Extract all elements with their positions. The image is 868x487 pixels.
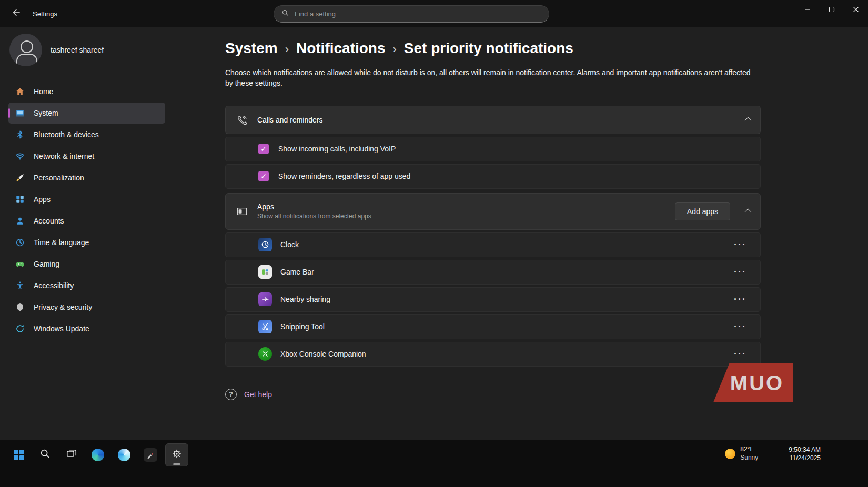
app-title: Settings (33, 10, 57, 18)
calls-and-reminders-group: Calls and reminders Show incoming calls,… (225, 106, 761, 189)
more-options-button[interactable]: ··· (731, 320, 750, 333)
search-box[interactable] (274, 5, 549, 23)
apps-section-subtitle: Show all notifications from selected app… (257, 212, 371, 220)
apps-section-title: Apps (257, 202, 371, 211)
home-icon (15, 86, 25, 97)
app-name: Snipping Tool (280, 322, 325, 331)
page-description: Choose which notifications are allowed w… (225, 67, 752, 89)
sidebar-item-label: Network & internet (34, 152, 94, 160)
settings-taskbar-button[interactable] (165, 443, 188, 466)
weather-condition: Sunny (740, 454, 758, 462)
breadcrumb-separator: › (393, 41, 397, 56)
incoming-calls-checkbox[interactable] (258, 144, 269, 154)
more-options-button[interactable]: ··· (731, 293, 750, 306)
breadcrumb-notifications[interactable]: Notifications (296, 40, 386, 57)
update-icon (15, 323, 25, 334)
user-name: tashreef shareef (51, 46, 104, 54)
minimize-icon (804, 6, 811, 13)
nearby-sharing-app-icon (258, 292, 272, 306)
sidebar-item-label: System (34, 109, 58, 117)
close-button[interactable] (844, 0, 868, 19)
bluetooth-icon (15, 129, 25, 140)
calls-reminders-expander[interactable]: Calls and reminders (225, 106, 761, 134)
task-view-button[interactable] (60, 443, 83, 466)
toggle-row-incoming-calls: Show incoming calls, including VoIP (225, 137, 761, 161)
pen-app-button[interactable] (139, 443, 162, 466)
accessibility-icon (15, 280, 25, 291)
window-controls (795, 0, 868, 19)
sidebar-item-bluetooth[interactable]: Bluetooth & devices (8, 124, 165, 145)
titlebar: Settings (0, 0, 868, 27)
taskbar-clock[interactable]: 9:50:34 AM 11/24/2025 (789, 445, 821, 462)
toggle-label: Show incoming calls, including VoIP (278, 145, 396, 153)
sidebar-item-home[interactable]: Home (8, 81, 165, 102)
taskbar: 82°F Sunny 9:50:34 AM 11/24/2025 (0, 440, 868, 487)
windows-logo-icon (14, 450, 24, 460)
sidebar-item-windows-update[interactable]: Windows Update (8, 318, 165, 339)
search-icon (281, 9, 289, 19)
sidebar-item-label: Windows Update (34, 324, 89, 333)
app-name: Xbox Console Companion (280, 350, 366, 358)
chevron-up-icon[interactable] (745, 117, 752, 124)
get-help-link[interactable]: Get help (244, 390, 272, 399)
app-row-game-bar: Game Bar ··· (225, 260, 761, 285)
search-input[interactable] (295, 10, 541, 18)
search-icon (39, 448, 51, 462)
apps-icon (15, 194, 25, 205)
sidebar: tashreef shareef Home System Blu (0, 27, 174, 440)
breadcrumb-system[interactable]: System (225, 40, 278, 57)
weather-temp: 82°F (740, 445, 758, 454)
clock-app-icon (258, 238, 272, 251)
sidebar-item-label: Gaming (34, 260, 59, 268)
more-options-button[interactable]: ··· (731, 348, 750, 361)
user-account[interactable]: tashreef shareef (9, 34, 164, 66)
sidebar-item-time-language[interactable]: Time & language (8, 232, 165, 253)
toggle-row-reminders: Show reminders, regardless of app used (225, 164, 761, 189)
sidebar-item-label: Home (34, 87, 53, 96)
edge-browser-button[interactable] (86, 443, 109, 466)
sidebar-item-privacy[interactable]: Privacy & security (8, 297, 165, 318)
brush-icon (15, 173, 25, 183)
page-title: Set priority notifications (404, 40, 573, 57)
breadcrumb-separator: › (285, 41, 289, 56)
sun-icon (725, 449, 735, 459)
muo-watermark-text: MUO (723, 371, 784, 395)
avatar (9, 34, 42, 66)
person-icon (15, 216, 25, 226)
more-options-button[interactable]: ··· (731, 238, 750, 251)
sidebar-item-system[interactable]: System (8, 103, 165, 124)
taskbar-search-button[interactable] (34, 443, 57, 466)
maximize-button[interactable] (820, 0, 844, 19)
app-name: Clock (280, 240, 299, 249)
add-apps-button[interactable]: Add apps (675, 202, 730, 220)
selected-indicator (8, 108, 10, 118)
start-button[interactable] (7, 443, 31, 466)
sidebar-item-label: Privacy & security (34, 303, 92, 311)
sidebar-item-apps[interactable]: Apps (8, 189, 165, 210)
browser-button[interactable] (113, 443, 136, 466)
app-window-icon (235, 205, 249, 218)
chevron-up-icon[interactable] (745, 209, 752, 216)
sidebar-item-gaming[interactable]: Gaming (8, 253, 165, 275)
calls-icon (235, 113, 249, 127)
reminders-checkbox[interactable] (258, 171, 269, 181)
weather-widget[interactable]: 82°F Sunny (725, 445, 758, 462)
edge-icon (92, 449, 104, 461)
apps-expander[interactable]: Apps Show all notifications from selecte… (225, 193, 761, 230)
app-row-nearby-sharing: Nearby sharing ··· (225, 287, 761, 312)
sidebar-item-accessibility[interactable]: Accessibility (8, 275, 165, 296)
clock-icon (15, 237, 25, 248)
sidebar-item-accounts[interactable]: Accounts (8, 210, 165, 231)
task-view-icon (66, 448, 77, 462)
sidebar-item-label: Bluetooth & devices (34, 130, 99, 139)
sidebar-item-label: Personalization (34, 174, 84, 182)
sidebar-item-personalization[interactable]: Personalization (8, 167, 165, 188)
calls-reminders-title: Calls and reminders (257, 116, 323, 124)
wifi-icon (15, 151, 25, 161)
close-icon (853, 6, 859, 13)
back-button[interactable] (7, 5, 24, 22)
more-options-button[interactable]: ··· (731, 266, 750, 279)
sidebar-item-label: Accounts (34, 217, 64, 225)
minimize-button[interactable] (795, 0, 820, 19)
sidebar-item-network[interactable]: Network & internet (8, 146, 165, 167)
